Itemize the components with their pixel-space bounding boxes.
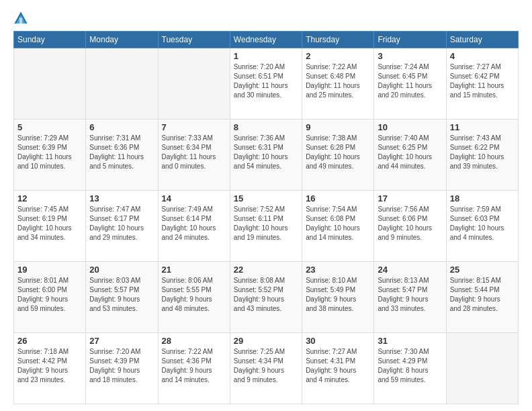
day-info: Sunrise: 8:10 AM Sunset: 5:49 PM Dayligh… [306, 276, 370, 314]
day-info: Sunrise: 7:24 AM Sunset: 6:45 PM Dayligh… [378, 62, 442, 100]
calendar-week-row: 5Sunrise: 7:29 AM Sunset: 6:39 PM Daylig… [14, 120, 519, 191]
calendar-cell: 16Sunrise: 7:54 AM Sunset: 6:08 PM Dayli… [302, 191, 374, 262]
day-info: Sunrise: 8:08 AM Sunset: 5:52 PM Dayligh… [234, 276, 298, 314]
calendar-cell: 18Sunrise: 7:59 AM Sunset: 6:03 PM Dayli… [446, 191, 518, 262]
weekday-header-friday: Friday [374, 32, 446, 48]
day-info: Sunrise: 7:47 AM Sunset: 6:17 PM Dayligh… [89, 205, 154, 242]
weekday-header-wednesday: Wednesday [230, 32, 302, 48]
day-info: Sunrise: 7:29 AM Sunset: 6:39 PM Dayligh… [17, 134, 82, 171]
day-info: Sunrise: 7:45 AM Sunset: 6:19 PM Dayligh… [17, 205, 82, 242]
day-info: Sunrise: 7:31 AM Sunset: 6:36 PM Dayligh… [89, 134, 154, 171]
calendar-cell: 4Sunrise: 7:27 AM Sunset: 6:42 PM Daylig… [446, 48, 518, 120]
day-info: Sunrise: 7:59 AM Sunset: 6:03 PM Dayligh… [450, 205, 515, 242]
calendar-cell: 12Sunrise: 7:45 AM Sunset: 6:19 PM Dayli… [14, 191, 86, 262]
calendar-cell: 29Sunrise: 7:25 AM Sunset: 4:34 PM Dayli… [230, 333, 302, 404]
day-number: 12 [17, 193, 82, 203]
calendar-cell: 26Sunrise: 7:18 AM Sunset: 4:42 PM Dayli… [14, 333, 86, 404]
day-info: Sunrise: 8:06 AM Sunset: 5:55 PM Dayligh… [162, 276, 226, 314]
weekday-header-thursday: Thursday [302, 32, 374, 48]
calendar-cell: 13Sunrise: 7:47 AM Sunset: 6:17 PM Dayli… [86, 191, 158, 262]
day-number: 20 [89, 265, 154, 275]
svg-rect-2 [19, 17, 22, 24]
day-info: Sunrise: 7:43 AM Sunset: 6:22 PM Dayligh… [450, 134, 515, 171]
calendar-week-row: 26Sunrise: 7:18 AM Sunset: 4:42 PM Dayli… [14, 333, 519, 404]
day-info: Sunrise: 7:27 AM Sunset: 4:31 PM Dayligh… [306, 347, 370, 385]
day-info: Sunrise: 7:56 AM Sunset: 6:06 PM Dayligh… [378, 205, 442, 242]
day-info: Sunrise: 8:13 AM Sunset: 5:47 PM Dayligh… [378, 276, 442, 314]
day-info: Sunrise: 7:54 AM Sunset: 6:08 PM Dayligh… [306, 205, 370, 242]
calendar-cell: 7Sunrise: 7:33 AM Sunset: 6:34 PM Daylig… [158, 120, 230, 191]
day-number: 6 [89, 122, 154, 132]
calendar-cell: 27Sunrise: 7:20 AM Sunset: 4:39 PM Dayli… [86, 333, 158, 404]
calendar-cell: 9Sunrise: 7:38 AM Sunset: 6:28 PM Daylig… [302, 120, 374, 191]
calendar-cell: 20Sunrise: 8:03 AM Sunset: 5:57 PM Dayli… [86, 262, 158, 333]
day-info: Sunrise: 7:27 AM Sunset: 6:42 PM Dayligh… [450, 62, 515, 100]
calendar-cell: 24Sunrise: 8:13 AM Sunset: 5:47 PM Dayli… [374, 262, 446, 333]
day-info: Sunrise: 7:25 AM Sunset: 4:34 PM Dayligh… [234, 347, 298, 385]
day-info: Sunrise: 8:03 AM Sunset: 5:57 PM Dayligh… [89, 276, 154, 314]
day-info: Sunrise: 7:49 AM Sunset: 6:14 PM Dayligh… [162, 205, 226, 242]
day-number: 26 [17, 336, 82, 346]
calendar-week-row: 1Sunrise: 7:20 AM Sunset: 6:51 PM Daylig… [14, 48, 519, 120]
day-number: 15 [234, 193, 298, 203]
page: SundayMondayTuesdayWednesdayThursdayFrid… [0, 0, 532, 411]
calendar-cell [14, 48, 86, 120]
day-info: Sunrise: 7:22 AM Sunset: 4:36 PM Dayligh… [162, 347, 226, 385]
weekday-header-sunday: Sunday [14, 32, 86, 48]
calendar-cell: 23Sunrise: 8:10 AM Sunset: 5:49 PM Dayli… [302, 262, 374, 333]
calendar-cell: 14Sunrise: 7:49 AM Sunset: 6:14 PM Dayli… [158, 191, 230, 262]
calendar-cell: 10Sunrise: 7:40 AM Sunset: 6:25 PM Dayli… [374, 120, 446, 191]
calendar-cell: 17Sunrise: 7:56 AM Sunset: 6:06 PM Dayli… [374, 191, 446, 262]
calendar-cell: 25Sunrise: 8:15 AM Sunset: 5:44 PM Dayli… [446, 262, 518, 333]
day-info: Sunrise: 7:40 AM Sunset: 6:25 PM Dayligh… [378, 134, 442, 171]
day-number: 22 [234, 265, 298, 275]
day-number: 30 [306, 336, 370, 346]
day-info: Sunrise: 7:20 AM Sunset: 6:51 PM Dayligh… [234, 62, 298, 100]
calendar-cell: 3Sunrise: 7:24 AM Sunset: 6:45 PM Daylig… [374, 48, 446, 120]
day-number: 24 [378, 265, 442, 275]
day-number: 17 [378, 193, 442, 203]
logo-icon [13, 11, 28, 26]
day-info: Sunrise: 7:33 AM Sunset: 6:34 PM Dayligh… [162, 134, 226, 171]
day-info: Sunrise: 7:18 AM Sunset: 4:42 PM Dayligh… [17, 347, 82, 385]
day-info: Sunrise: 8:15 AM Sunset: 5:44 PM Dayligh… [450, 276, 515, 314]
day-number: 29 [234, 336, 298, 346]
day-number: 9 [306, 122, 370, 132]
calendar-cell: 11Sunrise: 7:43 AM Sunset: 6:22 PM Dayli… [446, 120, 518, 191]
calendar-cell: 5Sunrise: 7:29 AM Sunset: 6:39 PM Daylig… [14, 120, 86, 191]
calendar-cell: 30Sunrise: 7:27 AM Sunset: 4:31 PM Dayli… [302, 333, 374, 404]
day-number: 14 [162, 193, 226, 203]
calendar-cell [158, 48, 230, 120]
day-number: 1 [234, 51, 298, 61]
day-info: Sunrise: 7:20 AM Sunset: 4:39 PM Dayligh… [89, 347, 154, 385]
day-number: 5 [17, 122, 82, 132]
day-number: 25 [450, 265, 515, 275]
calendar-cell: 6Sunrise: 7:31 AM Sunset: 6:36 PM Daylig… [86, 120, 158, 191]
day-number: 10 [378, 122, 442, 132]
day-info: Sunrise: 8:01 AM Sunset: 6:00 PM Dayligh… [17, 276, 82, 314]
day-number: 16 [306, 193, 370, 203]
day-info: Sunrise: 7:36 AM Sunset: 6:31 PM Dayligh… [234, 134, 298, 171]
day-number: 18 [450, 193, 515, 203]
calendar-cell: 8Sunrise: 7:36 AM Sunset: 6:31 PM Daylig… [230, 120, 302, 191]
day-number: 3 [378, 51, 442, 61]
header [13, 11, 519, 26]
day-number: 4 [450, 51, 515, 61]
weekday-header-saturday: Saturday [446, 32, 518, 48]
calendar-cell [86, 48, 158, 120]
day-info: Sunrise: 7:38 AM Sunset: 6:28 PM Dayligh… [306, 134, 370, 171]
weekday-header-monday: Monday [86, 32, 158, 48]
day-number: 19 [17, 265, 82, 275]
day-number: 27 [89, 336, 154, 346]
weekday-header-tuesday: Tuesday [158, 32, 230, 48]
calendar-table: SundayMondayTuesdayWednesdayThursdayFrid… [13, 31, 519, 404]
weekday-header-row: SundayMondayTuesdayWednesdayThursdayFrid… [14, 32, 519, 48]
calendar-cell: 31Sunrise: 7:30 AM Sunset: 4:29 PM Dayli… [374, 333, 446, 404]
calendar-cell: 1Sunrise: 7:20 AM Sunset: 6:51 PM Daylig… [230, 48, 302, 120]
day-number: 28 [162, 336, 226, 346]
day-number: 7 [162, 122, 226, 132]
day-number: 13 [89, 193, 154, 203]
calendar-cell: 19Sunrise: 8:01 AM Sunset: 6:00 PM Dayli… [14, 262, 86, 333]
day-info: Sunrise: 7:30 AM Sunset: 4:29 PM Dayligh… [378, 347, 442, 385]
day-number: 8 [234, 122, 298, 132]
